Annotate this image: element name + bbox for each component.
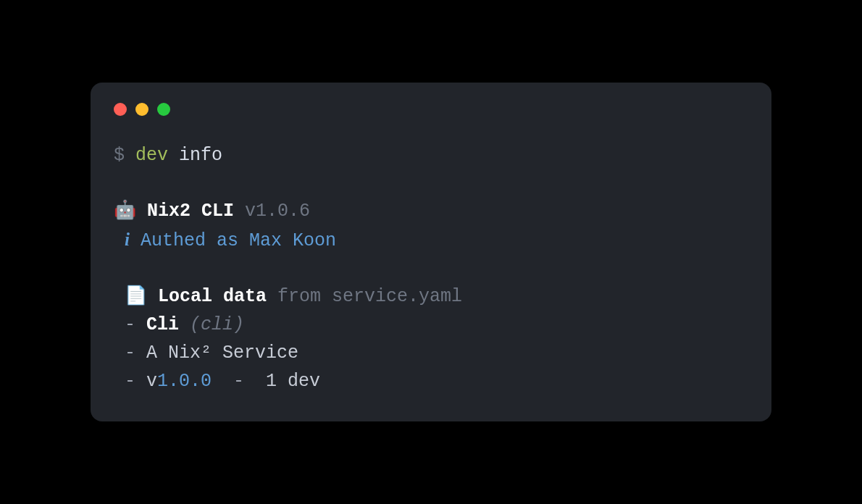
service-meta-line: - v1.0.0 - 1 dev: [114, 368, 748, 396]
local-data-source: from service.yaml: [277, 286, 462, 307]
terminal-window: $ dev info 🤖 Nix2 CLI v1.0.6 i Authed as…: [91, 83, 771, 422]
service-desc-line: - A Nix² Service: [114, 340, 748, 368]
service-desc: A Nix² Service: [146, 343, 298, 364]
info-icon: i: [125, 230, 130, 249]
cli-title: Nix2 CLI: [147, 201, 234, 222]
close-icon[interactable]: [114, 103, 127, 116]
version-prefix: v: [146, 371, 157, 392]
blank-line: [114, 256, 748, 284]
maximize-icon[interactable]: [157, 103, 170, 116]
bullet-dash: -: [114, 343, 135, 364]
service-name: Cli: [146, 314, 179, 335]
service-slug: (cli): [190, 314, 244, 335]
minimize-icon[interactable]: [135, 103, 148, 116]
terminal-output: $ dev info 🤖 Nix2 CLI v1.0.6 i Authed as…: [114, 142, 748, 396]
window-traffic-lights: [114, 103, 748, 116]
cli-header-line: 🤖 Nix2 CLI v1.0.6: [114, 198, 748, 226]
command-line: $ dev info: [114, 142, 748, 170]
cli-version: v1.0.6: [245, 201, 310, 222]
command-arg: info: [179, 145, 222, 166]
service-name-line: - Cli (cli): [114, 311, 748, 340]
page-icon: 📄: [125, 286, 147, 307]
auth-line: i Authed as Max Koon: [114, 226, 748, 256]
service-version: 1.0.0: [157, 371, 212, 392]
bullet-dash: -: [114, 371, 135, 392]
prompt-symbol: $: [114, 145, 125, 166]
local-data-title: Local data: [158, 286, 267, 307]
robot-icon: 🤖: [114, 201, 136, 222]
dev-count: 1 dev: [266, 371, 320, 392]
auth-text: Authed as Max Koon: [141, 230, 336, 251]
command-name: dev: [135, 145, 168, 166]
bullet-dash: -: [114, 314, 135, 335]
blank-line: [114, 169, 748, 198]
separator-dash: -: [212, 371, 266, 392]
local-data-header: 📄 Local data from service.yaml: [114, 283, 748, 311]
